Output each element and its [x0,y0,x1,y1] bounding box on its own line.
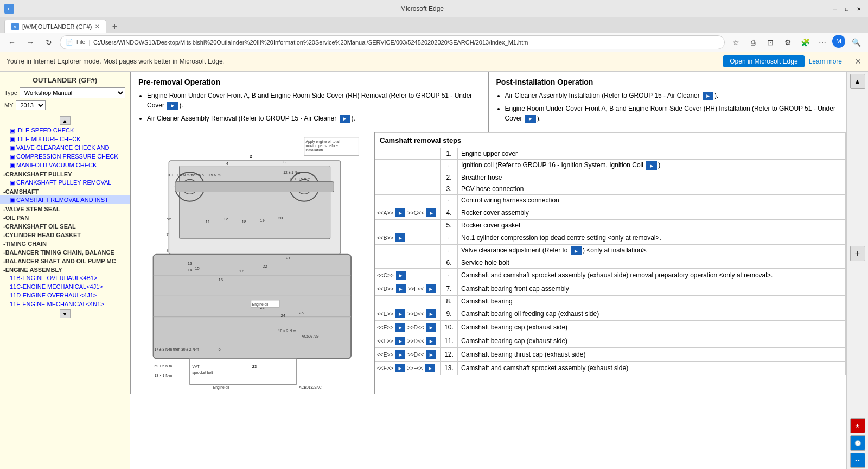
sidebar-item-valve-clearance[interactable]: ▣ VALVE CLEARANCE CHECK AND [0,143,130,152]
minimize-button[interactable]: ─ [830,4,840,14]
svg-text:VVT: VVT [192,365,199,369]
ie-bar-close-button[interactable]: ✕ [855,57,861,66]
table-row: <<D>> ► >>F<< ► 7. Camshaft bearing fron… [375,282,846,296]
step-btn-F1[interactable]: ► [426,284,436,293]
step-nav-col: <<E>> ► >>D<< ► [375,348,441,362]
right-panel-plus[interactable]: + [850,246,865,261]
back-button[interactable]: ← [4,35,20,50]
new-tab-button[interactable]: + [108,21,120,33]
sidebar-scroll-down[interactable]: ▼ [0,308,130,319]
step-nav-text: >>D<< [407,325,424,331]
collections-sidebar-button[interactable]: ☷ [850,453,865,468]
sidebar-item-label: COMPRESSION PRESSURE CHECK [16,153,118,160]
step-btn-D3[interactable]: ► [426,323,436,332]
step-num-col: 11. [441,334,458,348]
step-btn-G[interactable]: ► [426,208,436,217]
my-select[interactable]: 2013 [16,100,46,110]
step-btn-F3[interactable]: ► [425,364,435,372]
settings-button[interactable]: ⚙ [780,35,795,50]
post-install-link-2[interactable]: ► [525,115,536,123]
step-btn-E4[interactable]: ► [395,350,405,359]
step-btn-E3[interactable]: ► [395,337,405,345]
window-title: Microsoft Edge [14,5,830,12]
step-btn-D1[interactable]: ► [396,284,406,293]
tab-bar: e [W/M]OUTLANDER (GF#) ✕ + [0,17,868,33]
favorites-button[interactable]: ★ [850,418,865,433]
window-controls[interactable]: ─ □ ✕ [830,4,864,14]
step-nav-col [375,160,441,172]
sidebar-item-11b[interactable]: 11B-ENGINE OVERHAUL<4B1> [0,274,130,282]
step-desc-col: Control wiring harness connection [458,195,846,206]
step-btn-E1[interactable]: ► [395,309,405,318]
sidebar-item-idle-speed[interactable]: ▣ IDLE SPEED CHECK [0,126,130,135]
sidebar-item-11d[interactable]: 11D-ENGINE OVERHAUL<4J1> [0,291,130,300]
svg-text:4: 4 [226,161,229,166]
step-btn-D2[interactable]: ► [426,309,436,318]
close-button[interactable]: ✕ [854,4,864,14]
svg-text:installation.: installation. [306,148,324,152]
step-nav-text: <<B>> [377,235,393,241]
crankshaft-pulley-section: -CRANKSHAFT PULLEY [0,169,130,178]
sidebar-scroll-up[interactable]: ▲ [0,115,130,126]
valve-clearance-link[interactable]: ► [571,246,582,255]
profile-button[interactable]: M [832,35,845,48]
pre-removal-link-1[interactable]: ► [167,102,178,110]
sidebar-search-button[interactable]: 🔍 [848,35,864,50]
step-nav-col [375,148,441,160]
refresh-button[interactable]: ↻ [41,35,56,50]
sidebar-item-camshaft-removal[interactable]: ▣ CAMSHAFT REMOVAL AND INST [0,195,130,204]
sidebar-item-11e[interactable]: 11E-ENGINE MECHANICAL<4N1> [0,300,130,308]
engine-diagram: Apply engine oil to all moving parts bef… [133,135,366,390]
scroll-down-arrow[interactable]: ▼ [60,309,71,318]
split-button[interactable]: ⊡ [763,35,778,50]
step-btn-D5[interactable]: ► [426,350,436,359]
svg-text:3: 3 [283,160,285,164]
step-btn-C[interactable]: ► [396,271,406,280]
svg-text:12: 12 [224,217,228,221]
sidebar-item-crankshaft-pulley-removal[interactable]: ▣ CRANKSHAFT PULLEY REMOVAL [0,178,130,187]
ignition-coil-link[interactable]: ► [646,161,657,170]
file-icon: 📄 [66,39,73,46]
learn-more-link[interactable]: Learn more [809,58,842,65]
forward-button[interactable]: → [23,35,38,50]
extensions-button[interactable]: 🧩 [797,35,813,50]
step-btn-B[interactable]: ► [395,233,405,242]
collections-button[interactable]: ⎙ [745,35,761,50]
step-btn-A[interactable]: ► [395,208,405,217]
history-button[interactable]: 🕐 [850,435,865,451]
right-panel-scroll-up[interactable]: ▲ [850,74,865,89]
address-text[interactable]: C:/Users/WINDOWS10/Desktop/Mitsibishi%20… [93,39,719,46]
pre-removal-item-1: Engine Room Under Cover Front A, B and E… [147,91,481,110]
file-label: File [76,39,85,45]
svg-text:AC607739: AC607739 [302,334,319,338]
maximize-button[interactable]: □ [842,4,852,14]
browser-tab[interactable]: e [W/M]OUTLANDER (GF#) ✕ [4,20,106,33]
step-desc-col: Valve clearance adjustment (Refer to ►) … [458,245,846,257]
step-desc-col: Camshaft bearing thrust cap (exhaust sid… [458,348,846,362]
step-btn-F2[interactable]: ► [395,364,405,372]
step-btn-E2[interactable]: ► [395,323,405,332]
item-icon: ▣ [10,162,15,168]
address-bar[interactable]: 📄 File | C:/Users/WINDOWS10/Desktop/Mits… [60,35,725,49]
scroll-up-arrow[interactable]: ▲ [60,116,71,125]
steps-container: Camshaft removal steps 1. Engine upper c… [375,132,846,394]
sidebar-item-idle-mixture[interactable]: ▣ IDLE MIXTURE CHECK [0,135,130,143]
sidebar-item-11c[interactable]: 11C-ENGINE MECHANICAL<4J1> [0,282,130,291]
pre-removal-link-2[interactable]: ► [340,115,350,123]
sidebar-item-manifold-vacuum[interactable]: ▣ MANIFOLD VACUUM CHECK [0,161,130,169]
step-btn-D4[interactable]: ► [426,337,436,345]
table-row: <<B>> ► · No.1 cylinder compression top … [375,231,846,245]
oil-pan-section: -OIL PAN [0,213,130,221]
post-install-link-1[interactable]: ► [703,92,713,100]
open-in-edge-button[interactable]: Open in Microsoft Edge [723,55,804,67]
more-button[interactable]: ⋯ [815,35,830,50]
step-nav-text: >>G<< [407,210,424,216]
step-num-col: 3. [441,183,458,195]
table-row: · Valve clearance adjustment (Refer to ►… [375,245,846,257]
svg-text:19: 19 [260,218,265,223]
type-select[interactable]: Workshop Manual [20,87,125,98]
step-desc-col: Service hole bolt [458,257,846,269]
sidebar-item-compression[interactable]: ▣ COMPRESSION PRESSURE CHECK [0,152,130,161]
star-button[interactable]: ☆ [728,35,743,50]
tab-close-button[interactable]: ✕ [95,23,99,29]
